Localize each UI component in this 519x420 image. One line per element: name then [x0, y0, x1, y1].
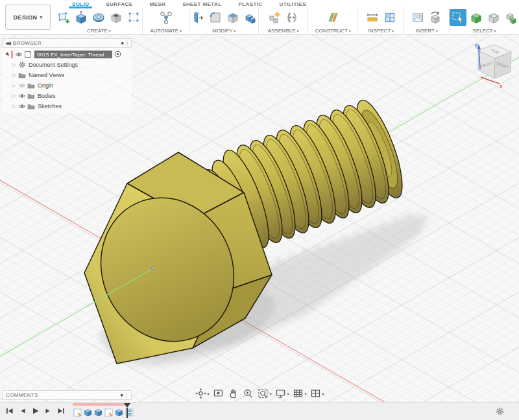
folder-icon	[27, 82, 36, 89]
orbit-button[interactable]: ▾	[194, 387, 210, 400]
zoom-button[interactable]	[241, 387, 254, 400]
timeline-feature-sketch[interactable]	[104, 408, 113, 416]
visibility-eye-hidden-icon[interactable]	[18, 82, 27, 89]
window-select-icon[interactable]	[468, 10, 484, 25]
fit-button[interactable]: ▾	[256, 387, 272, 400]
item-label[interactable]: Sketches	[38, 103, 62, 110]
dropdown-caret-icon[interactable]: ▾	[287, 391, 289, 396]
step-back-button[interactable]	[19, 406, 27, 418]
expand-arrow-icon[interactable]: ▷	[11, 93, 18, 99]
tab-sheet-metal[interactable]: SHEET METAL	[174, 0, 230, 8]
3d-viewport[interactable]: TOP FRONT RIGHT Z X ◀◀ BROWSER ● ∣ ▶	[0, 36, 519, 402]
group-label-inspect[interactable]: INSPECT	[368, 28, 394, 34]
expand-arrow-icon[interactable]: ▷	[11, 104, 18, 109]
tab-plastic[interactable]: PLASTIC	[230, 0, 271, 8]
visibility-eye-icon[interactable]	[14, 51, 23, 58]
go-to-start-button[interactable]	[5, 406, 14, 418]
timeline-playback-controls	[5, 406, 66, 418]
group-label-automate[interactable]: AUTOMATE	[151, 28, 182, 34]
timeline-feature-sketch[interactable]	[73, 408, 82, 416]
panel-options-icon[interactable]: ●	[121, 40, 124, 46]
timeline-feature-extrude[interactable]	[94, 408, 103, 416]
timeline-settings-gear-icon[interactable]	[495, 406, 505, 419]
measure-icon[interactable]	[365, 10, 380, 25]
group-label-create[interactable]: CREATE	[87, 28, 111, 34]
collapse-panel-icon[interactable]: ◀◀	[5, 41, 10, 46]
expand-arrow-icon[interactable]: ▷	[11, 83, 18, 88]
hole-icon[interactable]	[108, 10, 124, 25]
viewports-button[interactable]: ▾	[309, 387, 325, 400]
section-analysis-icon[interactable]	[382, 10, 398, 25]
revolve-icon[interactable]	[91, 10, 106, 25]
browser-item-origin[interactable]: ▷ Origin	[2, 80, 132, 91]
play-button[interactable]	[31, 406, 40, 418]
visibility-eye-icon[interactable]	[18, 103, 27, 110]
panel-handle[interactable]: ∣	[125, 392, 128, 398]
browser-item-document-settings[interactable]: ▷ Document Settings	[2, 60, 132, 70]
group-label-insert[interactable]: INSERT	[416, 28, 438, 34]
item-label[interactable]: Document Settings	[29, 62, 78, 68]
panel-handle[interactable]: ∣	[126, 40, 128, 46]
group-automate: AUTOMATE	[143, 8, 190, 35]
look-at-button[interactable]	[211, 387, 224, 400]
root-component-name[interactable]: 001S EX_Inter/Taper. Thread ...	[34, 51, 112, 58]
tab-utilities[interactable]: UTILITIES	[271, 0, 315, 8]
timeline-feature-extrude[interactable]	[115, 408, 123, 416]
pan-button[interactable]	[226, 387, 239, 400]
browser-item-sketches[interactable]: ▷ Sketches	[2, 101, 132, 111]
go-to-end-button[interactable]	[56, 406, 66, 418]
grid-settings-button[interactable]: ▾	[292, 387, 308, 400]
item-label[interactable]: Origin	[38, 82, 53, 89]
folder-icon	[18, 72, 27, 78]
insert-derive-icon[interactable]	[428, 10, 443, 25]
joint-icon[interactable]	[284, 10, 300, 25]
dropdown-caret-icon[interactable]: ▾	[322, 391, 324, 396]
browser-item-bodies[interactable]: ▷ Bodies	[2, 91, 132, 101]
paint-select-icon[interactable]	[503, 10, 519, 25]
freeform-select-icon[interactable]	[486, 10, 501, 25]
group-insert: INSERT	[404, 8, 450, 35]
item-label[interactable]: Bodies	[38, 93, 56, 99]
insert-image-icon[interactable]	[410, 10, 426, 25]
view-cube[interactable]: TOP FRONT RIGHT Z X	[475, 43, 511, 89]
comments-panel[interactable]: COMMENTS ● ∣	[2, 390, 132, 400]
group-modify: MODIFY	[190, 8, 259, 35]
select-icon[interactable]	[450, 9, 466, 26]
tab-solid[interactable]: SOLID	[64, 0, 97, 8]
workspace-selector[interactable]: DESIGN	[5, 5, 51, 30]
group-label-construct[interactable]: CONSTRUCT	[315, 28, 351, 34]
timeline-feature-extrude[interactable]	[84, 408, 92, 416]
construction-plane-icon[interactable]	[325, 10, 341, 25]
activate-component-radio[interactable]	[114, 51, 121, 59]
new-component-icon[interactable]	[267, 10, 282, 25]
step-forward-button[interactable]	[44, 406, 52, 418]
dropdown-caret-icon[interactable]: ▾	[207, 391, 209, 396]
dropdown-caret-icon[interactable]: ▾	[305, 391, 307, 396]
tab-mesh[interactable]: MESH	[141, 0, 174, 8]
panel-options-icon[interactable]: ●	[120, 392, 123, 398]
box-form-icon[interactable]	[126, 10, 141, 25]
combine-icon[interactable]	[243, 10, 258, 25]
dropdown-caret-icon[interactable]: ▾	[269, 391, 271, 396]
expand-arrow-icon[interactable]: ▷	[11, 62, 18, 67]
group-label-select[interactable]: SELECT	[473, 28, 496, 34]
automated-modeling-icon[interactable]	[158, 10, 174, 25]
timeline-playhead[interactable]	[124, 403, 130, 418]
display-settings-button[interactable]: ▾	[274, 387, 289, 400]
press-pull-icon[interactable]	[190, 10, 206, 25]
shell-icon[interactable]	[225, 10, 241, 25]
visibility-eye-icon[interactable]	[18, 93, 27, 99]
tab-surface[interactable]: SURFACE	[97, 0, 141, 8]
browser-header[interactable]: ◀◀ BROWSER ● ∣	[2, 38, 132, 48]
extrude-icon[interactable]	[73, 10, 89, 25]
origin-point[interactable]	[151, 266, 154, 270]
viewcube-x-label: X	[500, 84, 503, 89]
fillet-icon[interactable]	[208, 10, 223, 25]
create-sketch-icon[interactable]	[56, 10, 71, 25]
group-label-modify[interactable]: MODIFY	[212, 28, 235, 34]
browser-item-named-views[interactable]: ▷ Named Views	[2, 70, 132, 80]
item-label[interactable]: Named Views	[29, 72, 64, 78]
expand-arrow-icon[interactable]: ▷	[11, 73, 18, 78]
browser-root-row[interactable]: ▶ 001S EX_Inter/Taper. Thread ...	[2, 49, 132, 60]
group-label-assemble[interactable]: ASSEMBLE	[268, 28, 299, 34]
